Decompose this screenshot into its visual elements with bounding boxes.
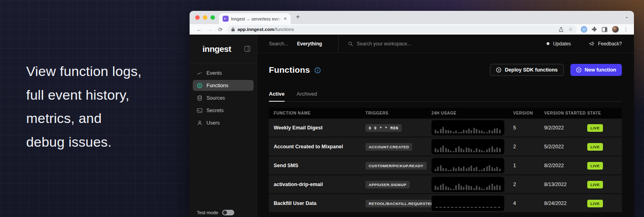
new-tab-button[interactable]: + — [296, 13, 300, 21]
function-state-tabs: Active Archived — [269, 91, 622, 102]
sidebar-item-secrets[interactable]: Secrets — [193, 105, 254, 116]
functions-table: FUNCTION NAME TRIGGERS 24H USAGE VERSION… — [269, 108, 622, 213]
info-icon[interactable] — [314, 67, 321, 74]
sidebar-item-functions[interactable]: Functions — [193, 80, 254, 91]
tab-title: Inngest → serverless event-dri — [231, 16, 281, 21]
maximize-window-button[interactable] — [211, 15, 215, 20]
workspace-search-input[interactable]: Search your workspace... — [357, 41, 411, 47]
topbar-divider — [338, 35, 339, 53]
sidebar-item-users[interactable]: Users — [193, 117, 254, 128]
usage-sparkline — [431, 158, 504, 173]
forward-icon[interactable]: → — [207, 27, 213, 32]
tab-search-chevron-icon[interactable]: ⌄ — [625, 14, 629, 19]
state-badge: LIVE — [587, 200, 603, 207]
function-name: Weekly Email Digest — [269, 125, 365, 131]
table-row[interactable]: Account Created to Mixpanel ACCOUNT.CREA… — [269, 137, 622, 156]
function-name: activation-drip-email — [269, 182, 365, 187]
address-bar[interactable]: app.inngest.com/functions ☆ — [227, 25, 577, 33]
sidebar-footer: Test mode — [197, 210, 234, 215]
sidebar-header: inngest — [190, 35, 257, 63]
hero-headline: View function logs, full event history, … — [26, 59, 142, 154]
hero-line: debug issues. — [26, 130, 142, 154]
state-badge: LIVE — [587, 181, 603, 188]
usage-sparkline — [431, 139, 504, 154]
browser-tab[interactable]: Inngest → serverless event-dri ✕ — [219, 13, 291, 24]
extensions-puzzle-icon[interactable] — [592, 27, 597, 32]
table-row[interactable]: activation-drip-email APP/USER.SIGNUP 2 … — [269, 175, 622, 194]
page-title: Functions — [269, 65, 310, 75]
new-function-circle-icon — [576, 67, 582, 73]
version-value: 2 — [513, 144, 544, 149]
tab-archived[interactable]: Archived — [297, 91, 317, 101]
usage-sparkline — [431, 196, 504, 211]
inngest-favicon — [223, 16, 229, 22]
functions-page: Functions Deploy SDK functions — [257, 53, 634, 217]
functions-icon — [197, 83, 202, 88]
trigger-badge: 0 9 * * MON — [365, 124, 402, 132]
deploy-sdk-functions-button[interactable]: Deploy SDK functions — [490, 64, 564, 76]
col-version-started: VERSION STARTED — [544, 111, 587, 115]
onepassword-extension-icon[interactable] — [581, 26, 587, 33]
address-path: /functions — [274, 27, 294, 32]
secrets-icon — [197, 108, 202, 113]
bookmark-star-icon[interactable]: ☆ — [568, 27, 573, 32]
share-icon[interactable] — [559, 27, 564, 32]
table-header: FUNCTION NAME TRIGGERS 24H USAGE VERSION… — [269, 108, 622, 119]
close-window-button[interactable] — [195, 15, 200, 20]
sidebar-item-label: Sources — [206, 95, 225, 101]
version-started-value: 8/13/2022 — [544, 182, 587, 187]
back-icon[interactable]: ← — [196, 27, 202, 32]
megaphone-icon — [589, 41, 594, 46]
minimize-window-button[interactable] — [203, 15, 207, 20]
inngest-app: inngest Events — [190, 35, 634, 217]
test-mode-toggle[interactable] — [222, 210, 234, 215]
feedback-link[interactable]: Feedback? — [598, 41, 622, 47]
tab-close-icon[interactable]: ✕ — [284, 16, 287, 21]
trigger-badge: APP/USER.SIGNUP — [365, 181, 410, 188]
browser-tabstrip: Inngest → serverless event-dri ✕ + ⌄ — [190, 11, 634, 24]
new-function-button-label: New function — [585, 67, 616, 73]
workspace-topbar: Search... Everything Search your workspa… — [257, 35, 634, 53]
sidebar-item-label: Events — [206, 70, 222, 76]
extension-icons: ⋮ — [581, 26, 628, 33]
version-started-value: 8/2/2022 — [544, 163, 587, 168]
inngest-logo: inngest — [202, 44, 231, 54]
version-value: 1 — [513, 163, 544, 168]
profile-avatar[interactable] — [612, 26, 619, 33]
col-state: STATE — [587, 111, 622, 115]
trigger-badge: ACCOUNT.CREATED — [365, 143, 412, 151]
col-version: VERSION — [513, 111, 544, 115]
side-panel-icon[interactable] — [602, 27, 607, 32]
hero-line: View function logs, — [26, 59, 142, 83]
col-triggers: TRIGGERS — [365, 111, 431, 115]
trigger-badge: RETOOL/BACKFILL.REQUESTED — [365, 200, 437, 207]
version-value: 2 — [513, 182, 544, 187]
sidebar-nav: Events Functions — [190, 63, 257, 128]
function-name: Send SMS — [269, 163, 365, 168]
table-row[interactable]: Backfill User Data RETOOL/BACKFILL.REQUE… — [269, 194, 622, 213]
search-scope-everything[interactable]: Everything — [297, 41, 322, 47]
state-badge: LIVE — [587, 162, 603, 170]
collapse-sidebar-icon[interactable] — [244, 46, 250, 52]
new-function-button[interactable]: New function — [570, 64, 622, 76]
version-started-value: 5/2/2022 — [544, 144, 587, 149]
usage-sparkline — [431, 120, 504, 135]
hero-line: full event history, — [26, 83, 142, 107]
sidebar-item-label: Functions — [206, 83, 228, 88]
version-value: 5 — [513, 125, 544, 131]
updates-link[interactable]: Updates — [553, 41, 571, 47]
usage-sparkline — [431, 177, 504, 192]
state-badge: LIVE — [587, 143, 603, 151]
table-row[interactable]: Send SMS CUSTOMER/PICKUP.READY 1 8/2/202… — [269, 156, 622, 175]
sources-icon — [197, 95, 202, 101]
sidebar-item-events[interactable]: Events — [193, 68, 254, 78]
reload-icon[interactable]: ⟳ — [218, 27, 223, 32]
browser-menu-icon[interactable]: ⋮ — [623, 27, 628, 32]
sidebar-item-sources[interactable]: Sources — [193, 92, 254, 103]
version-value: 4 — [513, 201, 544, 206]
window-controls — [195, 15, 215, 20]
tab-active[interactable]: Active — [269, 91, 285, 102]
table-row[interactable]: Weekly Email Digest 0 9 * * MON 5 9/2/20… — [269, 119, 622, 137]
sidebar-item-label: Users — [206, 120, 220, 126]
app-sidebar: inngest Events — [190, 35, 257, 217]
